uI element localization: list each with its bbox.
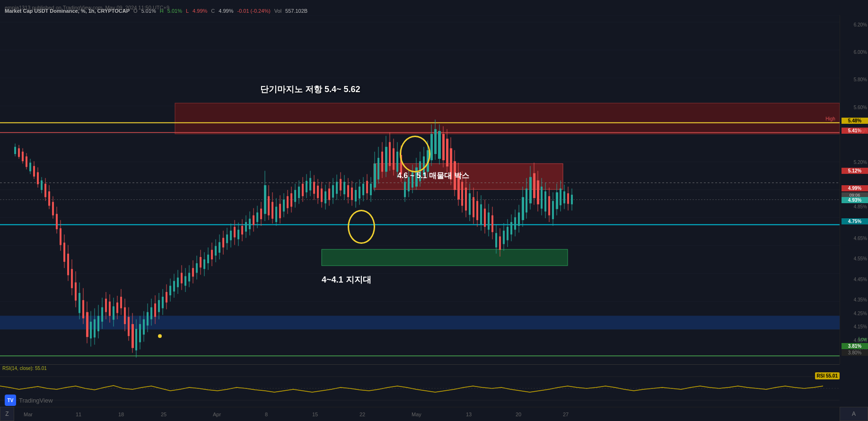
svg-point-102 bbox=[158, 334, 162, 338]
price-415: 4.15% bbox=[854, 324, 867, 329]
high-axis-label: High bbox=[822, 114, 839, 123]
time-label-13: 13 bbox=[466, 412, 472, 417]
tv-logo: TV bbox=[5, 395, 16, 406]
price-475-badge: 4.75% bbox=[842, 218, 868, 224]
price-499-badge: 4.99% bbox=[842, 185, 868, 191]
low-label: Low bbox=[859, 336, 867, 342]
time-label-20: 20 bbox=[516, 412, 521, 417]
price-455: 4.55% bbox=[854, 256, 867, 261]
time-label-11: 11 bbox=[76, 412, 81, 417]
svg-rect-15 bbox=[175, 103, 840, 134]
price-520: 5.20% bbox=[854, 160, 867, 165]
author-text: empia1313 published on TradingView.com, … bbox=[5, 5, 169, 10]
rsi-panel: RSI(14, close): 55.01 bbox=[0, 364, 840, 407]
price-620: 6.20% bbox=[854, 22, 867, 27]
time-label-mar: Mar bbox=[24, 412, 33, 417]
high-label: High bbox=[856, 128, 868, 134]
time-label-8: 8 bbox=[265, 412, 268, 417]
svg-rect-17 bbox=[322, 249, 568, 266]
price-380: 3.80% bbox=[842, 350, 868, 356]
rsi-chart bbox=[0, 365, 840, 407]
price-580: 5.80% bbox=[854, 77, 867, 82]
author-bar: empia1313 published on TradingView.com, … bbox=[0, 0, 840, 15]
tv-brand-text: TradingView bbox=[19, 397, 53, 404]
price-485: 4.85% bbox=[854, 204, 867, 209]
tradingview-watermark: TV TradingView bbox=[5, 395, 53, 406]
price-548-badge: 5.48% bbox=[842, 118, 868, 124]
price-465: 4.65% bbox=[854, 236, 867, 241]
price-560: 5.60% bbox=[854, 105, 867, 110]
time-label-27: 27 bbox=[563, 412, 569, 417]
time-axis: Mar 11 18 25 Apr 8 15 22 May 13 20 27 bbox=[0, 407, 840, 421]
time-label-22: 22 bbox=[359, 412, 365, 417]
time-label-may: May bbox=[412, 412, 421, 417]
nav-z-button[interactable]: Z bbox=[0, 407, 14, 421]
time-label-apr: Apr bbox=[213, 412, 221, 417]
chart-svg bbox=[0, 15, 840, 364]
price-493-badge: 4.93% bbox=[842, 197, 868, 203]
time-label-25: 25 bbox=[161, 412, 167, 417]
svg-rect-14 bbox=[0, 316, 840, 329]
price-445: 4.45% bbox=[854, 277, 867, 282]
price-435: 4.35% bbox=[854, 297, 867, 302]
price-425: 4.25% bbox=[854, 311, 867, 316]
price-512-badge: 5.12% bbox=[842, 168, 868, 174]
price-381-badge: 3.81% bbox=[842, 343, 868, 349]
rsi-label-text: RSI(14, close): 55.01 bbox=[2, 366, 47, 371]
chart-area[interactable]: 단기마지노 저항 5.4~ 5.62 4.6 ~ 5.1 매물대 박스 4~4.… bbox=[0, 15, 840, 364]
nav-a-button[interactable]: A bbox=[840, 407, 868, 421]
rsi-value-badge: RSI 55.01 bbox=[815, 372, 840, 379]
time-label-15: 15 bbox=[312, 412, 318, 417]
time-label-18: 18 bbox=[118, 412, 124, 417]
price-axis: 6.20% 6.00% 5.80% 5.60% 5.48% 5.41% 5.20… bbox=[840, 15, 868, 364]
price-600: 6.00% bbox=[854, 50, 867, 55]
candle-group-late-march bbox=[169, 171, 281, 301]
